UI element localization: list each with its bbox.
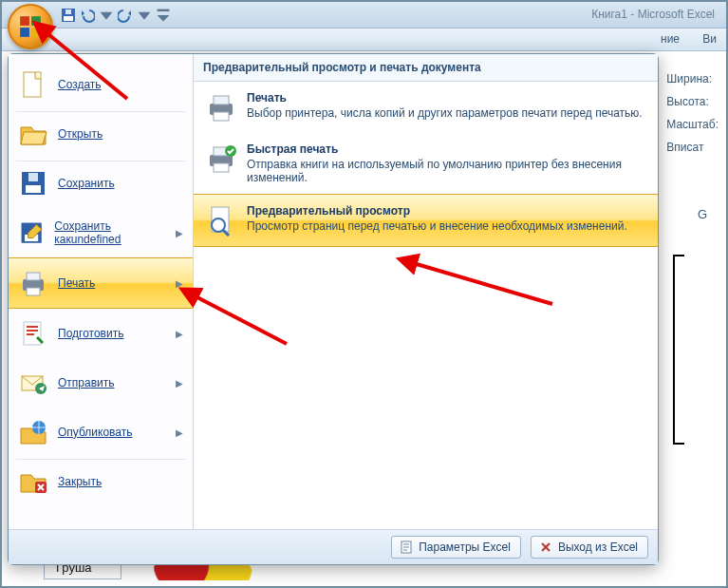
window-title: Книга1 - Microsoft Excel <box>591 8 715 21</box>
submenu-item-print[interactable]: Печать Выбор принтера, числа копий и дру… <box>194 82 658 133</box>
close-icon <box>539 541 552 554</box>
save-icon[interactable] <box>61 8 76 23</box>
svg-rect-16 <box>27 288 40 295</box>
exit-excel-button[interactable]: Выход из Excel <box>531 536 648 559</box>
chevron-right-icon: ▶ <box>176 427 183 438</box>
svg-rect-4 <box>20 16 29 26</box>
quick-print-icon <box>205 142 237 175</box>
app-name: Microsoft Excel <box>638 8 715 21</box>
menu-item-close[interactable]: Закрыть <box>9 457 193 506</box>
menu-item-send[interactable]: Отправить ▶ <box>9 358 193 408</box>
office-menu: Создать Открыть Сохранить Сохранить какu… <box>8 53 659 565</box>
dropdown-icon[interactable] <box>99 8 114 23</box>
send-icon <box>18 368 48 398</box>
menu-item-print[interactable]: Печать ▶ <box>9 257 193 309</box>
menu-item-label: Создать <box>58 78 102 91</box>
folder-open-icon <box>18 119 48 149</box>
publish-icon <box>18 417 48 447</box>
chevron-right-icon: ▶ <box>176 278 183 289</box>
svg-rect-6 <box>20 28 29 37</box>
menu-item-save-as[interactable]: Сохранить какundefined ▶ <box>9 208 193 257</box>
height-label: Высота: <box>666 91 719 112</box>
svg-rect-15 <box>27 273 40 280</box>
submenu-desc: Отправка книги на используемый по умолча… <box>247 158 646 184</box>
svg-rect-7 <box>31 28 41 37</box>
office-menu-footer: Параметры Excel Выход из Excel <box>9 529 658 564</box>
menu-item-label: Печать <box>58 276 95 290</box>
svg-rect-5 <box>31 16 41 26</box>
ribbon-tabs-strip: ние Ви <box>2 28 726 51</box>
fit-label: Вписат <box>666 137 719 158</box>
submenu-desc: Выбор принтера, числа копий и других пар… <box>247 106 643 120</box>
quick-access-toolbar <box>61 8 171 23</box>
menu-item-save[interactable]: Сохранить <box>9 159 193 208</box>
office-menu-left: Создать Открыть Сохранить Сохранить какu… <box>9 54 194 529</box>
submenu-text: Печать Выбор принтера, числа копий и дру… <box>247 91 643 123</box>
new-document-icon <box>18 69 48 100</box>
menu-item-new[interactable]: Создать <box>9 60 193 109</box>
cell-selection-border <box>673 255 684 445</box>
save-as-icon <box>18 218 45 248</box>
submenu-text: Быстрая печать Отправка книги на использ… <box>247 142 646 184</box>
redo-icon[interactable] <box>118 8 133 23</box>
prepare-icon <box>18 318 48 349</box>
menu-item-label: Опубликовать <box>58 426 132 439</box>
printer-icon <box>18 268 48 298</box>
submenu-text: Предварительный просмотр Просмотр страни… <box>247 204 627 237</box>
menu-item-label: Подготовить <box>58 327 123 340</box>
submenu-title: Печать <box>247 91 643 104</box>
menu-item-label: Сохранить какundefined <box>54 219 166 246</box>
excel-options-button[interactable]: Параметры Excel <box>391 536 521 559</box>
ribbon-partial-text: ние <box>661 32 680 46</box>
submenu-desc: Просмотр страниц перед печатью и внесени… <box>247 219 627 233</box>
menu-item-label: Сохранить <box>58 177 115 190</box>
scale-label: Масштаб: <box>666 114 719 135</box>
submenu-item-quick-print[interactable]: Быстрая печать Отправка книги на использ… <box>194 133 658 194</box>
svg-rect-27 <box>214 163 229 172</box>
menu-item-label: Открыть <box>58 127 103 141</box>
menu-item-label: Отправить <box>58 376 115 389</box>
svg-rect-24 <box>214 112 229 121</box>
button-label: Параметры Excel <box>419 541 511 554</box>
svg-rect-11 <box>28 173 38 181</box>
menu-item-label: Закрыть <box>58 475 102 488</box>
undo-icon[interactable] <box>80 8 95 23</box>
submenu-title: Предварительный просмотр <box>247 204 627 218</box>
options-icon <box>400 541 413 554</box>
menu-item-prepare[interactable]: Подготовить ▶ <box>9 309 193 358</box>
doc-name: Книга1 <box>591 8 627 21</box>
svg-rect-10 <box>26 185 41 193</box>
submenu-item-print-preview[interactable]: Предварительный просмотр Просмотр страни… <box>194 194 658 247</box>
svg-rect-2 <box>65 9 71 14</box>
page-setup-labels: Ширина: Высота: Масштаб: Вписат <box>666 68 719 160</box>
submenu-title: Быстрая печать <box>247 142 646 156</box>
close-folder-icon <box>18 466 48 497</box>
svg-rect-1 <box>64 16 73 21</box>
submenu-header: Предварительный просмотр и печать докуме… <box>194 54 658 82</box>
chevron-right-icon: ▶ <box>176 378 183 389</box>
title-bar: Книга1 - Microsoft Excel <box>2 2 726 28</box>
menu-item-open[interactable]: Открыть <box>9 109 193 159</box>
svg-rect-3 <box>158 9 170 10</box>
printer-icon <box>205 91 237 123</box>
chevron-right-icon: ▶ <box>176 329 183 339</box>
menu-item-publish[interactable]: Опубликовать ▶ <box>9 408 193 457</box>
office-button[interactable] <box>8 4 53 49</box>
dropdown-icon[interactable] <box>137 8 152 23</box>
ribbon-tab-view[interactable]: Ви <box>702 32 717 46</box>
width-label: Ширина: <box>666 68 719 89</box>
button-label: Выход из Excel <box>558 541 638 554</box>
column-header-g[interactable]: G <box>698 207 707 221</box>
print-preview-icon <box>205 204 237 237</box>
save-icon <box>18 168 48 199</box>
qat-customize-icon[interactable] <box>156 8 171 23</box>
svg-rect-23 <box>214 96 229 104</box>
office-menu-right: Предварительный просмотр и печать докуме… <box>194 54 658 529</box>
chevron-right-icon: ▶ <box>176 228 183 238</box>
